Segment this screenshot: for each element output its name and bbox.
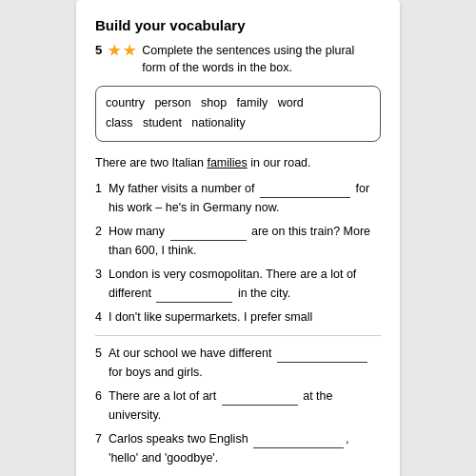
blank-7[interactable] — [253, 435, 344, 448]
sentence-text-5: At our school we have different for boys… — [109, 344, 381, 382]
word-student: student — [143, 116, 182, 129]
sentence-num-6: 6 — [95, 387, 109, 407]
word-word: word — [278, 96, 304, 109]
sentence-num-7: 7 — [95, 429, 109, 449]
sentence-item-3: 3 London is very cosmopolitan. There are… — [95, 265, 381, 303]
blank-1[interactable] — [260, 185, 350, 198]
exercise-header: 5 Complete the sentences using the plura… — [95, 43, 381, 76]
sentence-num-1: 1 — [95, 179, 109, 199]
word-nationality: nationality — [191, 116, 245, 129]
sentence-num-2: 2 — [95, 222, 109, 242]
sentences-area: There are two Italian families in our ro… — [95, 153, 381, 468]
example-text-after: in our road. — [248, 156, 311, 169]
sentence-item-2: 2 How many are on this train? More than … — [95, 222, 381, 260]
sentence-text-6: There are a lot of art at the university… — [109, 387, 381, 425]
star-icon-1 — [108, 44, 121, 57]
example-text-before: There are two Italian — [95, 156, 207, 169]
word-family: family — [237, 96, 268, 109]
word-class: class — [106, 116, 132, 129]
star-icon-2 — [123, 44, 136, 57]
blank-3[interactable] — [156, 289, 232, 303]
sentence-num-5: 5 — [95, 344, 109, 364]
sentence-num-3: 3 — [95, 265, 109, 285]
example-sentence: There are two Italian families in our ro… — [95, 153, 381, 173]
word-box: country person shop family word class st… — [95, 86, 381, 142]
sentence-item-5: 5 At our school we have different for bo… — [95, 344, 381, 382]
blank-6[interactable] — [222, 392, 298, 406]
word-person: person — [154, 96, 190, 109]
word-shop: shop — [201, 96, 227, 109]
sentence-item-4: 4 I don't like supermarkets. I prefer sm… — [95, 307, 381, 327]
exercise-instruction: Complete the sentences using the plural … — [142, 43, 381, 76]
sentence-item-1: 1 My father visits a number of for his w… — [95, 179, 381, 217]
blank-2[interactable] — [170, 228, 247, 241]
sentence-text-3: London is very cosmopolitan. There are a… — [109, 265, 381, 303]
sentence-text-7: Carlos speaks two English , 'hello' and … — [109, 429, 381, 467]
word-country: country — [106, 96, 145, 109]
sentence-item-6: 6 There are a lot of art at the universi… — [95, 387, 381, 425]
sentence-text-4: I don't like supermarkets. I prefer smal… — [109, 307, 381, 327]
exercise-number: 5 — [95, 43, 102, 57]
sentence-num-4: 4 — [95, 307, 109, 327]
sentence-text-2: How many are on this train? More than 60… — [109, 222, 381, 260]
stars-rating — [108, 44, 136, 57]
section-divider — [95, 335, 381, 336]
sentence-text-1: My father visits a number of for his wor… — [109, 179, 381, 217]
vocabulary-card: Build your vocabulary 5 Complete the sen… — [76, 0, 400, 476]
section-title: Build your vocabulary — [95, 17, 381, 33]
blank-5[interactable] — [277, 349, 367, 363]
example-answer: families — [207, 156, 247, 169]
sentence-item-7: 7 Carlos speaks two English , 'hello' an… — [95, 429, 381, 467]
